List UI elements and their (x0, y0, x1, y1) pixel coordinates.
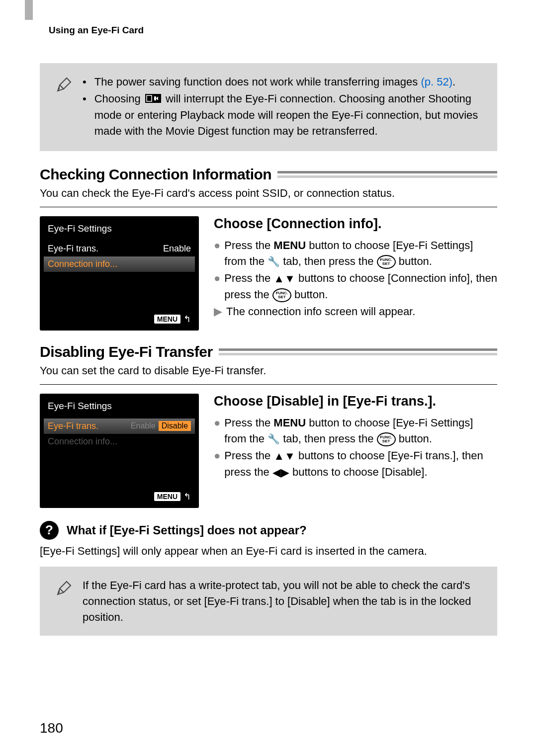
result-text: The connection info screen will appear. (226, 304, 415, 320)
lcd-row-value: Enable (163, 244, 191, 254)
bullet (83, 74, 90, 90)
disable-option: Disable (159, 421, 191, 431)
section-heading-disabling: Disabling Eye-Fi Transfer (40, 343, 497, 360)
left-right-arrows-icon: ◀▶ (272, 465, 289, 481)
note-text: The power saving function does not work … (94, 76, 421, 88)
up-down-arrows-icon: ▲▼ (273, 448, 295, 464)
func-set-button-icon: FUNC.SET (272, 288, 291, 302)
note-box-write-protect: If the Eye-Fi card has a write-protect t… (40, 567, 497, 636)
question-heading: ? What if [Eye-Fi Settings] does not app… (40, 521, 497, 540)
pencil-icon (55, 580, 73, 599)
lcd-row-label: Connection info... (48, 436, 191, 447)
return-icon: ↰ (183, 314, 191, 325)
divider (40, 207, 497, 207)
procedure-heading: Choose [Disable] in [Eye-Fi trans.]. (214, 394, 497, 409)
result-arrow-icon: ▶ (214, 304, 222, 320)
heading-rule (277, 171, 497, 178)
bullet-icon: ● (214, 448, 220, 481)
bullet-icon: ● (214, 415, 220, 447)
note-text: If the Eye-Fi card has a write-protect t… (83, 578, 482, 625)
divider (40, 384, 497, 385)
section-heading-checking: Checking Connection Information (40, 166, 497, 183)
running-header: Using an Eye-Fi Card (49, 25, 497, 36)
lcd-row-label: Connection info... (48, 259, 191, 269)
lcd-row-label: Eye-Fi trans. (48, 421, 124, 431)
func-set-button-icon: FUNC.SET (377, 255, 396, 269)
question-answer: [Eye-Fi Settings] will only appear when … (40, 545, 497, 558)
page-number: 180 (40, 720, 63, 736)
note-text-end: . (452, 76, 455, 88)
movie-digest-mode-icon (145, 91, 161, 107)
pencil-icon (55, 76, 73, 96)
lcd-row-label: Eye-Fi trans. (48, 244, 159, 254)
lcd-title: Eye-Fi Settings (44, 221, 195, 241)
bullet (83, 91, 90, 139)
note-text: Choosing (94, 92, 141, 105)
bullet-icon: ● (214, 270, 220, 303)
menu-button-text: MENU (273, 239, 306, 252)
heading-rule (219, 348, 497, 355)
enable-option: Enable (128, 421, 159, 431)
question-title: What if [Eye-Fi Settings] does not appea… (67, 523, 307, 537)
question-mark-icon: ? (40, 521, 59, 540)
menu-button-label: MENU (154, 492, 180, 501)
func-set-button-icon: FUNC.SET (377, 432, 396, 446)
note-box-power-saving: The power saving function does not work … (40, 63, 497, 151)
section-intro: You can set the card to disable Eye-Fi t… (40, 364, 497, 377)
lcd-screenshot-disable: Eye-Fi Settings Eye-Fi trans. Enable Dis… (40, 394, 199, 508)
bullet-icon: ● (214, 238, 220, 269)
up-down-arrows-icon: ▲▼ (273, 271, 295, 287)
tools-tab-icon: 🔧 (268, 254, 280, 269)
menu-button-text: MENU (273, 417, 306, 429)
section-intro: You can check the Eye-Fi card's access p… (40, 187, 497, 200)
page-link[interactable]: (p. 52) (421, 76, 452, 88)
procedure-heading: Choose [Connection info]. (214, 216, 497, 232)
tools-tab-icon: 🔧 (268, 432, 280, 446)
menu-button-label: MENU (154, 315, 180, 324)
return-icon: ↰ (183, 491, 191, 502)
page-tab (25, 0, 33, 20)
lcd-screenshot-connection-info: Eye-Fi Settings Eye-Fi trans. Enable Con… (40, 216, 199, 331)
lcd-title: Eye-Fi Settings (44, 399, 195, 419)
